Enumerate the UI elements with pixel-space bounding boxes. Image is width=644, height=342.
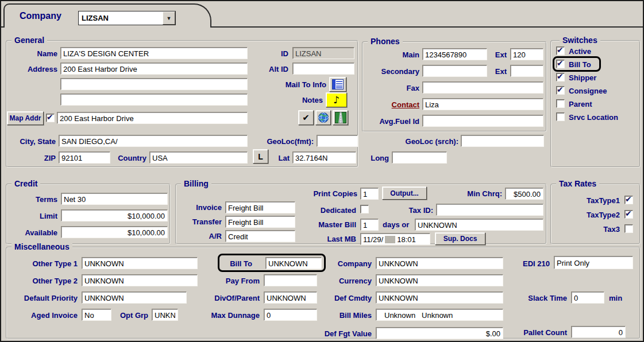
slack-time-unit-label: min — [609, 294, 628, 302]
phone-secondary-input[interactable] — [422, 65, 487, 77]
switch-shipper-checkbox[interactable]: ✔ — [556, 73, 565, 81]
taxtype2-label: TaxType2 — [567, 211, 620, 219]
other-type-2-input[interactable] — [82, 274, 198, 286]
mail-to-info-button[interactable] — [329, 77, 346, 92]
geoloc-fmt-input[interactable] — [317, 135, 358, 147]
switch-bill-to-checkbox[interactable]: ✔ — [556, 60, 565, 68]
country-label: Country — [113, 154, 146, 162]
available-input[interactable] — [61, 226, 168, 238]
ar-label: A/R — [182, 232, 222, 240]
misc-company-input[interactable] — [376, 257, 503, 269]
tax-id-input[interactable] — [436, 204, 543, 216]
def-fgt-value-input[interactable] — [376, 327, 503, 339]
bill-miles-label: Bill Miles — [329, 311, 372, 320]
combo-dropdown-button[interactable]: ▼ — [163, 11, 175, 25]
locate-button[interactable]: L — [253, 149, 268, 164]
tax3-label: Tax3 — [567, 225, 620, 234]
aged-invoice-label: Aged Invoice — [21, 311, 78, 320]
bill-miles-input[interactable] — [376, 309, 503, 321]
ar-input[interactable] — [225, 230, 295, 242]
globe-icon — [318, 112, 329, 123]
company-selector[interactable]: ▼ — [78, 11, 176, 25]
def-cmdty-label: Def Cmdty — [325, 294, 372, 302]
country-input[interactable] — [149, 151, 248, 164]
alt-id-input[interactable] — [292, 63, 354, 75]
lat-input[interactable] — [292, 151, 356, 164]
verify-address-button[interactable]: ✔ — [298, 110, 314, 125]
city-state-input[interactable] — [59, 135, 248, 147]
billing-group-title: Billing — [181, 179, 211, 188]
min-chrg-input[interactable] — [505, 188, 543, 200]
master-bill-label: Master Bill — [307, 220, 356, 229]
company-selector-input[interactable] — [79, 11, 163, 25]
opt-grp-input[interactable] — [152, 309, 178, 321]
print-copies-label: Print Copies — [300, 189, 357, 198]
divof-parent-input[interactable] — [264, 292, 317, 304]
name-label: Name — [11, 49, 57, 58]
taxtype1-checkbox[interactable]: ✔ — [624, 196, 633, 204]
limit-input[interactable] — [61, 209, 168, 221]
switch-consignee-checkbox[interactable]: ✔ — [556, 86, 565, 95]
company-tab[interactable]: Company ▼ — [3, 3, 211, 28]
misc-company-label: Company — [329, 259, 372, 268]
name-input[interactable] — [60, 47, 248, 59]
print-copies-input[interactable] — [360, 188, 379, 200]
phone-secondary-ext-input[interactable] — [510, 65, 543, 77]
currency-input[interactable] — [376, 274, 503, 286]
switch-active-checkbox[interactable]: ✔ — [556, 46, 565, 55]
switch-srvc-location-checkbox[interactable]: ✔ — [556, 112, 565, 121]
terms-input[interactable] — [61, 193, 168, 205]
dedicated-checkbox[interactable]: ✔ — [360, 205, 369, 213]
address-line2-input[interactable] — [60, 78, 248, 90]
map-addr-checkbox[interactable]: ✔ — [46, 114, 55, 122]
taxtype2-checkbox[interactable]: ✔ — [624, 210, 633, 219]
route-button[interactable] — [333, 110, 348, 125]
notes-button[interactable]: ♪ — [326, 92, 347, 107]
other-type-1-input[interactable] — [82, 257, 198, 269]
taxtype1-label: TaxType1 — [567, 196, 620, 205]
zip-label: ZIP — [27, 154, 56, 162]
master-bill-type-input[interactable] — [415, 219, 543, 231]
misc-bill-to-label: Bill To — [221, 259, 252, 268]
switch-parent-checkbox[interactable]: ✔ — [556, 99, 565, 108]
chevron-down-icon: ▼ — [167, 15, 172, 21]
globe-button[interactable] — [315, 110, 331, 125]
contact-link[interactable]: Contact — [376, 100, 419, 109]
output-button[interactable]: Output... — [382, 186, 427, 200]
map-addr-input[interactable] — [57, 112, 248, 124]
geoloc-fmt-label: GeoLoc(fmt): — [252, 137, 314, 146]
tax3-checkbox[interactable]: ✔ — [624, 224, 633, 233]
sup-docs-button[interactable]: Sup. Docs — [435, 232, 485, 245]
def-cmdty-input[interactable] — [376, 292, 503, 304]
address-line3-input[interactable] — [60, 94, 248, 106]
edi-210-input[interactable] — [554, 256, 633, 269]
phone-main-ext-label: Ext — [489, 50, 507, 59]
pay-from-label: Pay From — [216, 277, 260, 285]
fax-input[interactable] — [422, 81, 543, 94]
pallet-count-input[interactable] — [571, 326, 626, 338]
max-dunnage-input[interactable] — [264, 309, 317, 321]
switch-active-label: Active — [569, 47, 635, 56]
long-input[interactable] — [392, 151, 447, 164]
aged-invoice-input[interactable] — [82, 309, 111, 321]
phone-main-input[interactable] — [422, 48, 487, 60]
min-chrg-label: Min Chrq: — [460, 189, 502, 198]
zip-input[interactable] — [59, 151, 110, 164]
phone-main-ext-input[interactable] — [510, 48, 543, 60]
address-line1-input[interactable] — [60, 63, 248, 75]
avg-fuel-id-input[interactable] — [422, 115, 543, 127]
master-bill-input[interactable] — [360, 219, 379, 231]
map-addr-button[interactable]: Map Addr — [7, 111, 44, 125]
alt-id-label: Alt ID — [248, 65, 288, 73]
geoloc-srch-input[interactable] — [461, 135, 544, 147]
slack-time-input[interactable] — [571, 292, 604, 304]
contact-input[interactable] — [422, 98, 543, 110]
id-label: ID — [248, 49, 288, 58]
pay-from-input[interactable] — [264, 274, 317, 286]
misc-bill-to-input[interactable] — [265, 257, 322, 269]
transfer-input[interactable] — [225, 216, 295, 228]
last-mb-field[interactable]: 11/29/ 18:01 — [360, 233, 430, 245]
invoice-input[interactable] — [225, 201, 295, 213]
mail-grid-icon — [332, 79, 344, 90]
default-priority-input[interactable] — [82, 292, 187, 304]
